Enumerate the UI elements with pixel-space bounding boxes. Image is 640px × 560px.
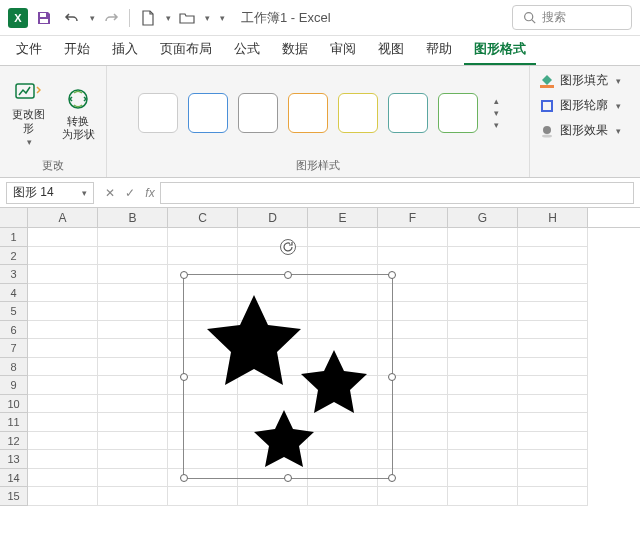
undo-icon[interactable] xyxy=(60,6,84,30)
save-icon[interactable] xyxy=(32,6,56,30)
cell[interactable] xyxy=(238,247,308,266)
open-dropdown-icon[interactable]: ▾ xyxy=(205,13,210,23)
cell[interactable] xyxy=(28,395,98,414)
cell[interactable] xyxy=(98,432,168,451)
open-folder-icon[interactable] xyxy=(175,6,199,30)
row-header[interactable]: 7 xyxy=(0,339,28,358)
row-header[interactable]: 5 xyxy=(0,302,28,321)
selected-shape[interactable] xyxy=(183,274,393,479)
cell[interactable] xyxy=(448,469,518,488)
cell[interactable] xyxy=(28,413,98,432)
row-header[interactable]: 6 xyxy=(0,321,28,340)
cell[interactable] xyxy=(518,339,588,358)
style-preset-4[interactable] xyxy=(288,93,328,133)
cell[interactable] xyxy=(518,358,588,377)
cell[interactable] xyxy=(238,487,308,506)
tab-help[interactable]: 帮助 xyxy=(416,34,462,65)
cell[interactable] xyxy=(448,487,518,506)
name-box[interactable]: 图形 14 ▾ xyxy=(6,182,94,204)
cell[interactable] xyxy=(518,228,588,247)
col-header[interactable]: F xyxy=(378,208,448,227)
cell[interactable] xyxy=(518,469,588,488)
cell[interactable] xyxy=(28,247,98,266)
tab-graphics-format[interactable]: 图形格式 xyxy=(464,34,536,65)
col-header[interactable]: C xyxy=(168,208,238,227)
col-header[interactable]: G xyxy=(448,208,518,227)
row-header[interactable]: 12 xyxy=(0,432,28,451)
cell[interactable] xyxy=(98,321,168,340)
style-preset-6[interactable] xyxy=(388,93,428,133)
tab-view[interactable]: 视图 xyxy=(368,34,414,65)
rotate-handle-icon[interactable] xyxy=(280,239,296,255)
cell[interactable] xyxy=(518,376,588,395)
cell[interactable] xyxy=(518,450,588,469)
style-gallery-scroll[interactable]: ▴ ▾ ▾ xyxy=(492,96,499,130)
cell[interactable] xyxy=(238,228,308,247)
cell[interactable] xyxy=(98,413,168,432)
row-header[interactable]: 13 xyxy=(0,450,28,469)
search-input[interactable]: 搜索 xyxy=(512,5,632,30)
cell[interactable] xyxy=(518,265,588,284)
cell[interactable] xyxy=(28,432,98,451)
cell[interactable] xyxy=(28,284,98,303)
cell[interactable] xyxy=(98,358,168,377)
cell[interactable] xyxy=(28,376,98,395)
accept-formula-icon[interactable]: ✓ xyxy=(120,183,140,203)
cancel-formula-icon[interactable]: ✕ xyxy=(100,183,120,203)
cell[interactable] xyxy=(98,450,168,469)
shape-fill-button[interactable]: 图形填充▾ xyxy=(536,70,634,91)
cell[interactable] xyxy=(98,302,168,321)
cell[interactable] xyxy=(98,376,168,395)
convert-to-shape-button[interactable]: 转换 为形状 xyxy=(56,77,100,149)
cell[interactable] xyxy=(448,450,518,469)
cell[interactable] xyxy=(448,339,518,358)
cell[interactable] xyxy=(518,487,588,506)
fx-icon[interactable]: fx xyxy=(140,183,160,203)
col-header[interactable]: H xyxy=(518,208,588,227)
cell[interactable] xyxy=(308,228,378,247)
qat-customize-icon[interactable]: ▾ xyxy=(220,13,225,23)
cell[interactable] xyxy=(448,413,518,432)
cell[interactable] xyxy=(28,321,98,340)
cell[interactable] xyxy=(518,321,588,340)
cell[interactable] xyxy=(448,228,518,247)
select-all-corner[interactable] xyxy=(0,208,28,227)
cell[interactable] xyxy=(518,302,588,321)
row-header[interactable]: 11 xyxy=(0,413,28,432)
cell[interactable] xyxy=(28,358,98,377)
cell[interactable] xyxy=(448,302,518,321)
row-header[interactable]: 8 xyxy=(0,358,28,377)
cell[interactable] xyxy=(28,469,98,488)
cell[interactable] xyxy=(168,487,238,506)
cell[interactable] xyxy=(98,284,168,303)
cell[interactable] xyxy=(98,228,168,247)
cell[interactable] xyxy=(28,228,98,247)
new-file-icon[interactable] xyxy=(136,6,160,30)
tab-formulas[interactable]: 公式 xyxy=(224,34,270,65)
cell[interactable] xyxy=(448,395,518,414)
cell[interactable] xyxy=(98,339,168,358)
row-header[interactable]: 15 xyxy=(0,487,28,506)
row-header[interactable]: 9 xyxy=(0,376,28,395)
style-preset-3[interactable] xyxy=(238,93,278,133)
cell[interactable] xyxy=(448,321,518,340)
cell[interactable] xyxy=(448,265,518,284)
undo-dropdown-icon[interactable]: ▾ xyxy=(90,13,95,23)
cell[interactable] xyxy=(28,265,98,284)
tab-page-layout[interactable]: 页面布局 xyxy=(150,34,222,65)
row-header[interactable]: 10 xyxy=(0,395,28,414)
col-header[interactable]: B xyxy=(98,208,168,227)
cell[interactable] xyxy=(448,247,518,266)
row-header[interactable]: 2 xyxy=(0,247,28,266)
cell[interactable] xyxy=(378,247,448,266)
cell[interactable] xyxy=(378,228,448,247)
formula-input[interactable] xyxy=(160,182,634,204)
row-header[interactable]: 1 xyxy=(0,228,28,247)
style-preset-2[interactable] xyxy=(188,93,228,133)
cell[interactable] xyxy=(168,247,238,266)
tab-file[interactable]: 文件 xyxy=(6,34,52,65)
cell[interactable] xyxy=(28,339,98,358)
col-header[interactable]: E xyxy=(308,208,378,227)
cell[interactable] xyxy=(98,487,168,506)
cells[interactable] xyxy=(28,228,588,506)
